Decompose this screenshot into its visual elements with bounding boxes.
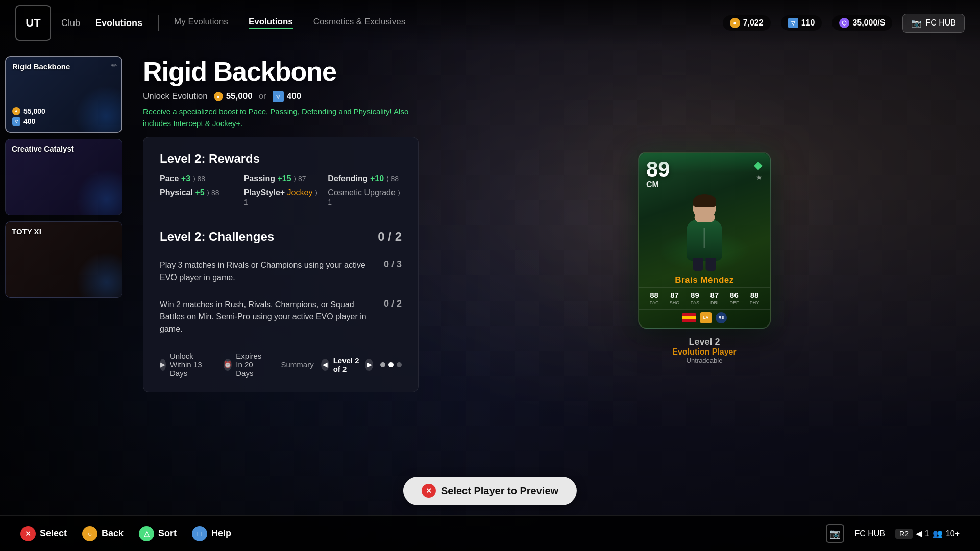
unlock-label: Unlock Evolution	[143, 91, 208, 102]
prev-level-arrow[interactable]: ◀	[321, 359, 329, 371]
players-count: R2 ◀ 1 👥 10+	[895, 529, 960, 539]
select-player-button[interactable]: ✕ Select Player to Preview	[403, 477, 577, 505]
player-area: 89 CM ◆ ★	[429, 0, 980, 515]
card-stats-section: 88 PAC 87 SHO 89 PAS 87 DRI 86 DEF	[639, 287, 770, 309]
card-level-text: Level 2	[672, 337, 736, 347]
stat-pac: 88 PAC	[650, 291, 659, 305]
card-cost: ● 55,000 ▽ 400	[12, 107, 45, 126]
camera-icon: 📷	[826, 524, 844, 543]
card-flags: LA RS	[639, 309, 770, 328]
back-button[interactable]: ○ Back	[82, 526, 124, 541]
help-label: Help	[211, 528, 231, 539]
challenges-title: Level 2: Challenges	[160, 230, 274, 244]
card-untradeable-text: Untradeable	[672, 357, 736, 364]
challenge-text-1: Play 3 matches in Rivals or Champions us…	[160, 259, 374, 284]
nav-evolutions-tab[interactable]: Evolutions	[249, 17, 293, 29]
leg-left	[693, 258, 703, 271]
ut-cost: ● 55,000	[214, 91, 253, 102]
select-button[interactable]: ✕ Select	[20, 526, 67, 541]
x-icon: ✕	[20, 526, 36, 541]
stat-sho: 87 SHO	[670, 291, 680, 305]
challenge-count-1: 0 / 3	[384, 259, 402, 270]
gem-decoration	[71, 164, 122, 215]
fp-currency: ▽ 110	[781, 15, 822, 31]
back-label: Back	[102, 528, 124, 539]
camera-icon: 📷	[911, 18, 921, 28]
sidebar-card-label: Rigid Backbone	[12, 62, 70, 71]
nav-evolutions[interactable]: Evolutions	[95, 18, 142, 29]
ut-icon: ●	[730, 18, 740, 28]
ut-icon: ●	[214, 92, 223, 101]
reward-passing: Passing +15 ⟩ 87	[244, 174, 318, 183]
player-legs	[691, 258, 719, 271]
triangle-icon: △	[139, 526, 154, 541]
sidebar-card-label: TOTY XI	[12, 227, 41, 236]
main-content: Rigid Backbone Unlock Evolution ● 55,000…	[133, 46, 429, 515]
gem-decoration	[71, 246, 122, 297]
people-icon: 👥	[933, 529, 943, 538]
reward-cosmetic: Cosmetic Upgrade ⟩ 1	[328, 188, 402, 207]
sidebar-item-rigid-backbone[interactable]: Rigid Backbone ✏ ● 55,000 ▽ 400	[5, 56, 122, 133]
help-button[interactable]: □ Help	[192, 526, 231, 541]
evolution-title-section: Rigid Backbone Unlock Evolution ● 55,000…	[143, 56, 419, 129]
sidebar-item-toty-xi[interactable]: TOTY XI	[5, 221, 122, 298]
sidebar-item-creative-catalyst[interactable]: Creative Catalyst	[5, 139, 122, 215]
x-button-icon: ✕	[422, 484, 436, 498]
panel-footer: ▶ Unlock Within 13 Days ⏰ Expires In 20 …	[160, 342, 402, 378]
nav-sub-links: My Evolutions Evolutions Cosmetics & Exc…	[174, 17, 405, 29]
challenges-progress: 0 / 2	[378, 230, 402, 244]
sort-button[interactable]: △ Sort	[139, 526, 177, 541]
bottom-right: 📷 FC HUB R2 ◀ 1 👥 10+	[826, 524, 960, 543]
evolution-description: Receive a specialized boost to Pace, Pas…	[143, 106, 419, 129]
dot-3	[397, 362, 402, 367]
challenge-item-1: Play 3 matches in Rivals or Champions us…	[160, 252, 402, 291]
player-jersey	[687, 220, 722, 261]
cost-ut: ● 55,000	[12, 107, 45, 115]
nav-divider	[158, 15, 159, 31]
player-image-area	[639, 189, 770, 271]
card-evo-text: Evolution Player	[672, 347, 736, 357]
nav-arrow-icon: ◀	[916, 529, 922, 538]
spain-flag	[682, 313, 696, 322]
player-figure	[671, 194, 738, 271]
play-icon: ▶	[160, 359, 166, 371]
gem-decoration	[70, 81, 121, 132]
nav-cosmetics[interactable]: Cosmetics & Exclusives	[313, 17, 405, 29]
r2-badge: R2	[895, 529, 913, 539]
fc-hub-label: FC HUB	[854, 529, 885, 538]
next-level-arrow[interactable]: ▶	[365, 359, 373, 371]
stat-phy: 88 PHY	[750, 291, 760, 305]
square-icon: □	[192, 526, 207, 541]
summary-label: Summary	[281, 360, 313, 369]
player-card-container: 89 CM ◆ ★	[638, 152, 771, 364]
dot-1	[380, 362, 385, 367]
fp-coin-icon: ▽	[12, 117, 20, 126]
level-dots	[380, 362, 402, 367]
reward-defending: Defending +10 ⟩ 88	[328, 174, 402, 183]
player-head	[693, 197, 716, 220]
evolution-title: Rigid Backbone	[143, 56, 419, 87]
or-text: or	[259, 91, 266, 102]
challenge-text-2: Win 2 matches in Rush, Rivals, Champions…	[160, 298, 374, 335]
fc-hub-button[interactable]: 📷 FC HUB	[902, 14, 965, 33]
ut-currency: ● 7,022	[723, 15, 771, 31]
fp-cost: ▽ 400	[273, 91, 301, 102]
evolution-panel: Level 2: Rewards Pace +3 ⟩ 88 Passing +1…	[143, 137, 419, 392]
challenge-count-2: 0 / 2	[384, 298, 402, 309]
nav-links: Club Evolutions My Evolutions Evolutions…	[61, 15, 723, 31]
cost-fp: ▽ 400	[12, 117, 45, 126]
sp-icon: ⬡	[839, 18, 849, 28]
stat-def: 86 DEF	[729, 291, 739, 305]
sidebar-card-label: Creative Catalyst	[12, 144, 74, 154]
star-icon: ★	[756, 173, 763, 181]
rewards-grid: Pace +3 ⟩ 88 Passing +15 ⟩ 87 Defending …	[160, 174, 402, 207]
logo[interactable]: UT	[15, 5, 51, 41]
nav-my-evolutions[interactable]: My Evolutions	[174, 17, 228, 29]
sp-currency: ⬡ 35,000/S	[832, 15, 892, 31]
evolution-sidebar: Rigid Backbone ✏ ● 55,000 ▽ 400 Creative…	[0, 46, 128, 515]
edit-icon: ✏	[111, 61, 117, 69]
card-top-glow	[639, 153, 770, 173]
select-label: Select	[40, 528, 67, 539]
reward-pace: Pace +3 ⟩ 88	[160, 174, 234, 183]
nav-club[interactable]: Club	[61, 18, 80, 29]
